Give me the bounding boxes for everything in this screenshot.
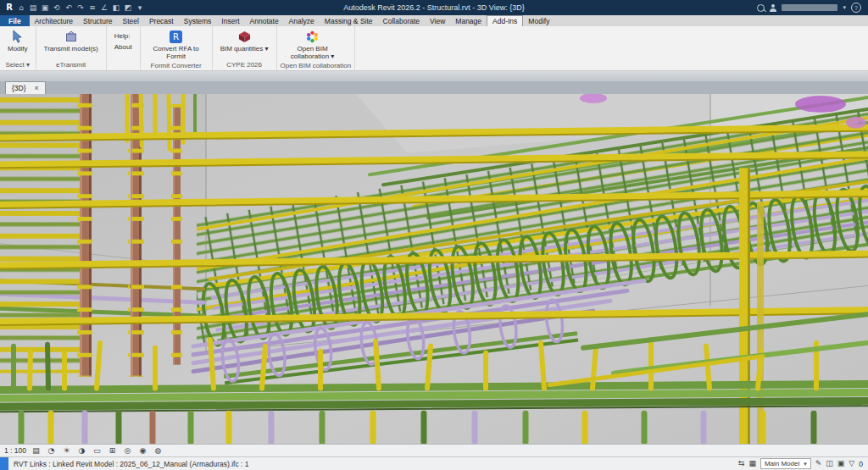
about-button[interactable]: About	[114, 43, 132, 51]
panel-help-about: Help: About	[107, 26, 141, 70]
open-bim-collaboration-button[interactable]: Open BIM collaboration ▾	[285, 29, 341, 60]
statusbar-right-cluster: ⇆ ▦ Main Model ▾ ✎ ◫ ▣ ▽ 0	[738, 458, 868, 469]
panel-formit-converter: R Convert RFA to Formit Formit Converter	[141, 26, 213, 70]
search-icon[interactable]	[757, 4, 765, 12]
filter-icon[interactable]: ▽	[849, 458, 854, 469]
view-tab-3d[interactable]: {3D} ×	[5, 81, 46, 94]
user-caret-icon[interactable]: ▾	[843, 4, 846, 11]
ribbon-addins: Modify Select ▾ Transmit model(s) eTrans…	[0, 26, 868, 71]
modify-button-label: Modify	[8, 45, 28, 53]
temporary-hide-isolate-icon[interactable]: ◎	[122, 445, 133, 456]
formit-r-icon: R	[170, 29, 182, 44]
bim-quantities-label: BIM quantities ▾	[220, 45, 269, 53]
svg-text:R: R	[173, 31, 179, 41]
tab-precast[interactable]: Precast	[144, 15, 179, 26]
tab-annotate[interactable]: Annotate	[245, 15, 284, 26]
titlebar-right-cluster: ▾ ?	[757, 3, 868, 13]
design-options-icon[interactable]: ▦	[748, 458, 756, 469]
panel-etransmit: Transmit model(s) eTransmit	[36, 26, 107, 70]
title-bar: R ⌂ ▤ ▣ ⟲ ↶ ↷ ≡ ∠ ◧ ◩ ▾ Autodesk Revit 2…	[0, 0, 868, 15]
quick-access-toolbar: R ⌂ ▤ ▣ ⟲ ↶ ↷ ≡ ∠ ◧ ◩ ▾	[0, 0, 146, 15]
crop-view-icon[interactable]: ▭	[92, 445, 103, 456]
view-control-bar: 1 : 100 ▤ ◔ ☀ ◑ ▭ ⊞ ◎ ◉ ◍	[0, 444, 868, 456]
panel-label-select[interactable]: Select ▾	[0, 59, 36, 70]
user-name-redacted	[782, 4, 837, 11]
tab-add-ins[interactable]: Add-Ins	[487, 15, 523, 26]
transmit-models-button[interactable]: Transmit model(s)	[44, 29, 98, 53]
cype-logo-icon	[238, 29, 251, 44]
exclude-options-icon[interactable]: ◫	[826, 458, 833, 469]
reveal-hidden-elements-icon[interactable]: ◉	[137, 445, 148, 456]
convert-rfa-to-formit-button[interactable]: R Convert RFA to Formit	[148, 29, 204, 60]
3d-viewport[interactable]	[0, 94, 868, 444]
close-view-tab-icon[interactable]: ×	[35, 85, 39, 92]
revit-window: R ⌂ ▤ ▣ ⟲ ↶ ↷ ≡ ∠ ◧ ◩ ▾ Autodesk Revit 2…	[0, 0, 868, 470]
panel-label-etransmit: eTransmit	[36, 59, 106, 70]
visual-style-icon[interactable]: ◔	[46, 445, 57, 456]
status-bar: RVT Links : Linked Revit Model : 2025_06…	[0, 456, 868, 470]
tab-structure[interactable]: Structure	[78, 15, 118, 26]
worksets-icon[interactable]: ⇆	[738, 458, 745, 469]
tab-analyze[interactable]: Analyze	[284, 15, 320, 26]
detail-level-icon[interactable]: ▤	[31, 445, 42, 456]
section-icon[interactable]: ◧	[110, 0, 122, 15]
undo-icon[interactable]: ↶	[63, 0, 75, 15]
panel-cype: BIM quantities ▾ CYPE 2026	[213, 26, 277, 70]
editable-only-icon[interactable]: ✎	[815, 458, 822, 469]
tab-modify[interactable]: Modify	[523, 15, 554, 26]
scale-selector[interactable]: 1 : 100	[4, 446, 26, 455]
panel-open-bim: Open BIM collaboration ▾ Open BIM collab…	[277, 26, 356, 70]
panel-label-open-bim: Open BIM collaboration	[277, 60, 355, 70]
ribbon-tab-bar: File Architecture Structure Steel Precas…	[0, 15, 868, 26]
worksharing-display-icon[interactable]: ◍	[153, 445, 164, 456]
filter-count: 0	[859, 460, 863, 468]
tab-insert[interactable]: Insert	[216, 15, 244, 26]
tab-systems[interactable]: Systems	[179, 15, 217, 26]
tab-file[interactable]: File	[0, 15, 30, 26]
main-model-label: Main Model	[765, 460, 799, 467]
panel-label-cype: CYPE 2026	[213, 59, 276, 70]
tab-architecture[interactable]: Architecture	[30, 15, 78, 26]
save-icon[interactable]: ▣	[39, 0, 51, 15]
redo-icon[interactable]: ↷	[75, 0, 86, 15]
status-text: RVT Links : Linked Revit Model : 2025_06…	[8, 460, 254, 468]
shadows-icon[interactable]: ◑	[76, 445, 87, 456]
convert-rfa-label: Convert RFA to Formit	[148, 45, 204, 60]
user-account-icon[interactable]	[770, 4, 776, 11]
modify-arrow-icon	[11, 29, 24, 44]
view-tab-bar: {3D} ×	[0, 81, 868, 94]
main-model-caret-icon: ▾	[804, 461, 807, 467]
print-icon[interactable]: ≡	[86, 0, 98, 15]
open-bim-label: Open BIM collaboration ▾	[285, 45, 341, 60]
panel-label-help	[107, 59, 140, 70]
show-crop-region-icon[interactable]: ⊞	[107, 445, 118, 456]
open-bim-icon	[306, 29, 319, 44]
revit-logo[interactable]: R	[3, 0, 15, 15]
rebar-scene	[0, 94, 868, 444]
home-icon[interactable]: ⌂	[15, 0, 27, 15]
tab-manage[interactable]: Manage	[450, 15, 487, 26]
tab-steel[interactable]: Steel	[118, 15, 144, 26]
view-tab-label: {3D}	[12, 84, 26, 92]
default-3d-view-icon[interactable]: ◩	[122, 0, 134, 15]
sync-icon[interactable]: ⟲	[51, 0, 63, 15]
design-options-select[interactable]: Main Model ▾	[760, 458, 811, 469]
press-drag-icon[interactable]: ▣	[837, 458, 845, 469]
transmit-models-label: Transmit model(s)	[44, 45, 98, 53]
help-button[interactable]: Help:	[114, 32, 132, 40]
help-icon[interactable]: ?	[851, 3, 861, 13]
progress-indicator	[0, 457, 8, 470]
bim-quantities-button[interactable]: BIM quantities ▾	[220, 29, 269, 53]
modify-button[interactable]: Modify	[8, 29, 28, 53]
tab-view[interactable]: View	[425, 15, 450, 26]
panel-select: Modify Select ▾	[0, 26, 36, 70]
transmit-box-icon	[65, 29, 77, 44]
tab-collaborate[interactable]: Collaborate	[378, 15, 425, 26]
options-bar-strip	[0, 71, 868, 81]
sun-settings-icon[interactable]: ☀	[61, 445, 72, 456]
panel-label-formit: Formit Converter	[141, 60, 212, 70]
measure-icon[interactable]: ∠	[98, 0, 110, 15]
qat-customize-icon[interactable]: ▾	[134, 0, 146, 15]
open-icon[interactable]: ▤	[27, 0, 39, 15]
tab-massing-site[interactable]: Massing & Site	[320, 15, 378, 26]
